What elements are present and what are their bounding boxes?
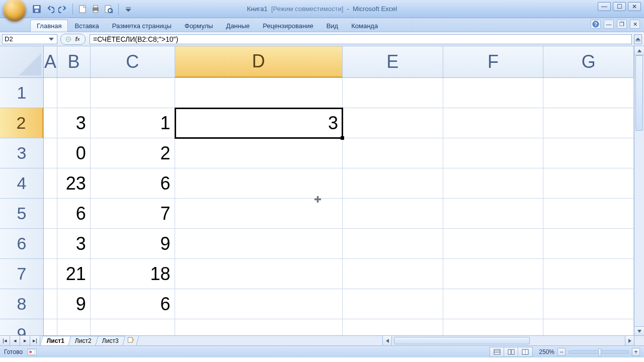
cell[interactable] [343,168,443,199]
cell[interactable]: 21 [57,259,91,289]
column-header[interactable]: A [44,46,57,77]
cell[interactable]: 3 [57,229,91,259]
row-header[interactable]: 8 [0,289,43,319]
office-button[interactable] [3,0,26,22]
cell[interactable]: 23 [57,168,91,199]
horizontal-scroll-thumb[interactable] [394,337,530,344]
cell[interactable] [543,78,634,108]
ribbon-tab[interactable]: Вид [320,20,345,32]
maximize-button[interactable]: ☐ [613,2,626,11]
cell[interactable] [443,138,544,168]
scroll-left-button[interactable] [383,336,392,345]
row-header[interactable]: 7 [0,259,43,289]
cell[interactable] [44,108,57,138]
cell[interactable]: 6 [91,289,175,319]
cell[interactable] [57,78,91,108]
cell[interactable] [443,108,544,138]
cell[interactable] [44,289,57,319]
workbook-minimize-button[interactable]: — [604,20,614,29]
cell[interactable] [543,289,634,319]
cell[interactable] [443,78,544,108]
close-button[interactable]: ✕ [628,2,641,11]
scroll-right-button[interactable] [625,336,634,345]
expand-formula-bar-icon[interactable] [634,34,642,44]
scroll-up-button[interactable] [634,46,644,55]
vertical-scrollbar[interactable] [634,46,644,335]
cell[interactable]: 9 [91,229,175,259]
zoom-slider-handle[interactable] [598,348,601,356]
cell[interactable] [91,319,175,335]
ribbon-tab[interactable]: Разметка страницы [106,20,178,32]
cell[interactable] [175,319,343,335]
cell[interactable] [175,289,343,319]
cell[interactable] [91,78,175,108]
sheet-nav-prev-icon[interactable]: ◂ [10,336,20,345]
cancel-icon[interactable] [64,35,73,44]
cell[interactable]: 0 [57,138,91,168]
save-icon[interactable] [32,5,41,14]
cells-area[interactable]: 313022366739211896 [44,78,634,335]
sheet-tab[interactable]: Лист2 [68,336,98,345]
cell[interactable] [343,108,443,138]
ribbon-tab[interactable]: Рецензирование [256,20,319,32]
zoom-in-button[interactable]: + [632,348,640,356]
insert-function-button[interactable]: fx [73,35,82,44]
cell[interactable]: 1 [91,108,175,138]
zoom-out-button[interactable]: − [557,348,566,356]
column-header[interactable]: E [343,46,443,77]
cell[interactable] [343,259,443,289]
row-header[interactable]: 4 [0,168,43,199]
row-header[interactable]: 6 [0,229,43,259]
cell[interactable] [175,138,343,168]
cell[interactable] [443,319,544,335]
cell[interactable] [543,168,634,199]
formula-input[interactable] [90,34,632,44]
horizontal-scrollbar[interactable] [382,336,634,345]
view-page-layout-button[interactable] [504,347,518,356]
cell[interactable] [543,259,634,289]
view-normal-button[interactable] [490,347,504,356]
cell[interactable] [443,289,544,319]
cell[interactable] [44,259,57,289]
view-page-break-button[interactable] [518,347,532,356]
redo-icon[interactable] [58,5,67,14]
minimize-button[interactable]: — [598,2,611,11]
cell[interactable] [44,78,57,108]
cell[interactable]: 7 [91,199,175,229]
column-header[interactable]: D [175,46,343,77]
ribbon-tab[interactable]: Вставка [68,20,105,32]
cell[interactable] [343,138,443,168]
ribbon-tab[interactable]: Данные [219,20,256,32]
select-all-corner[interactable] [0,46,44,78]
cell[interactable] [343,229,443,259]
cell[interactable] [175,78,343,108]
cell[interactable] [343,199,443,229]
vertical-scroll-thumb[interactable] [635,55,643,131]
cell[interactable]: 3 [57,108,91,138]
ribbon-tab[interactable]: Главная [30,20,68,32]
cell[interactable]: 2 [91,138,175,168]
cell[interactable] [543,108,634,138]
cell[interactable] [44,168,57,199]
cell[interactable] [543,319,634,335]
name-box-dropdown-icon[interactable] [48,36,55,43]
ribbon-tab[interactable]: Команда [345,20,384,32]
cell[interactable] [543,199,634,229]
cell[interactable] [175,199,343,229]
cell[interactable] [44,199,57,229]
sheet-nav-last-icon[interactable]: ▸| [30,336,40,345]
cell[interactable] [175,168,343,199]
cell[interactable] [443,229,544,259]
new-icon[interactable] [78,5,87,14]
macro-record-icon[interactable] [28,348,37,355]
qat-customize-icon[interactable] [124,5,133,14]
cell[interactable] [175,259,343,289]
cell[interactable] [175,229,343,259]
sheet-tab[interactable]: Лист1 [40,336,71,345]
zoom-slider[interactable] [569,350,629,353]
cell[interactable] [443,199,544,229]
row-header[interactable]: 1 [0,78,43,108]
cell[interactable]: 18 [91,259,175,289]
sheet-nav-first-icon[interactable]: |◂ [0,336,10,345]
cell[interactable] [443,168,544,199]
